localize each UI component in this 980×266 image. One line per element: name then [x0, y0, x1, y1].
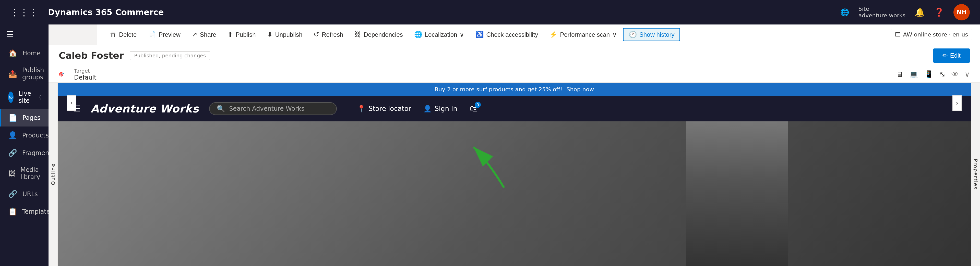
preview-button[interactable]: 📄 Preview [143, 28, 185, 41]
site-preview: Buy 2 or more surf products and get 25% … [58, 82, 971, 266]
performance-scan-label: Performance scan [560, 31, 610, 38]
sidebar-item-publish-groups[interactable]: 📤 Publish groups [0, 62, 49, 86]
localization-label: Localization [425, 31, 457, 38]
properties-tab[interactable]: Properties [971, 82, 980, 266]
main-content: 🗑 Delete 📄 Preview ↗ Share ⬆ Publish ⬇ U… [49, 24, 980, 266]
hero-image [686, 121, 788, 266]
cart-nav-item[interactable]: 🛍 0 [469, 104, 478, 114]
toolbar: 🗑 Delete 📄 Preview ↗ Share ⬆ Publish ⬇ U… [97, 24, 980, 45]
sidebar-item-pages[interactable]: 📄 Pages [0, 109, 49, 127]
promo-bar: Buy 2 or more surf products and get 25% … [58, 82, 971, 96]
chevron-icon: 〈 [36, 94, 41, 101]
top-nav-icons: 🌐 Site adventure works 🔔 ❓ NH [840, 4, 970, 21]
sidebar-item-label: Pages [22, 114, 41, 121]
home-icon: 🏠 [8, 49, 18, 57]
tablet-portrait-icon[interactable]: 📱 [924, 70, 933, 79]
history-icon: 🕐 [628, 31, 637, 38]
dropdown-icon[interactable]: ∨ [965, 70, 970, 79]
site-hero [58, 121, 971, 266]
store-locator-nav-item[interactable]: 📍 Store locator [357, 105, 411, 112]
templates-icon: 📋 [8, 207, 17, 216]
search-placeholder: Search Adventure Works [229, 105, 304, 112]
edit-button[interactable]: ✏ Edit [933, 49, 970, 63]
store-icon: 🗔 [895, 32, 900, 38]
page-header: Caleb Foster Published, pending changes … [49, 45, 980, 66]
refresh-icon: ↺ [313, 31, 319, 38]
site-label-text: Site [859, 6, 905, 12]
properties-label: Properties [973, 159, 979, 190]
show-history-button[interactable]: 🕐 Show history [623, 28, 680, 41]
sidebar-item-label: Media library [21, 166, 41, 180]
sign-in-label: Sign in [434, 105, 457, 112]
user-avatar[interactable]: NH [953, 4, 970, 21]
preview-icon: 📄 [148, 31, 156, 38]
site-header: ☰ Adventure Works 🔍 Search Adventure Wor… [58, 96, 971, 121]
delete-button[interactable]: 🗑 Delete [105, 28, 142, 41]
sidebar-item-products[interactable]: 👤 Products [0, 127, 49, 144]
live-site-indicator: ⊙ [8, 92, 14, 103]
products-icon: 👤 [8, 131, 17, 139]
sidebar-item-templates[interactable]: 📋 Templates [0, 203, 49, 220]
localization-button[interactable]: 🌐 Localization ∨ [409, 28, 469, 41]
fragments-icon: 🔗 [8, 149, 17, 157]
sidebar-item-label: Publish groups [22, 66, 44, 81]
dependencies-label: Dependencies [364, 31, 402, 38]
delete-label: Delete [119, 31, 137, 38]
show-history-label: Show history [640, 31, 675, 38]
collapse-right-button[interactable]: › [953, 95, 962, 111]
site-label: Site adventure works [859, 6, 905, 19]
target-row: 🎯 Target Default 🖥 💻 📱 ⤡ 👁 ∨ [49, 66, 980, 82]
promo-link[interactable]: Shop now [566, 86, 594, 93]
publish-icon: ⬆ [228, 31, 233, 38]
share-label: Share [200, 31, 216, 38]
store-label: AW online store · en-us [903, 32, 968, 38]
publish-label: Publish [236, 31, 256, 38]
target-label: Target [74, 68, 97, 74]
refresh-button[interactable]: ↺ Refresh [309, 28, 348, 41]
notification-icon[interactable]: 🔔 [915, 7, 925, 17]
sidebar-item-label: URLs [22, 190, 38, 198]
refresh-label: Refresh [322, 31, 343, 38]
dependencies-button[interactable]: ⛓ Dependencies [349, 28, 408, 41]
sidebar: ☰ 🏠 Home 📤 Publish groups ⊙ Live site 〈 … [0, 24, 49, 266]
share-icon: ↗ [192, 31, 197, 38]
store-selector[interactable]: 🗔 AW online store · en-us [891, 29, 972, 40]
dependencies-icon: ⛓ [355, 31, 361, 38]
tablet-landscape-icon[interactable]: 💻 [909, 70, 918, 79]
sidebar-item-media-library[interactable]: 🖼 Media library [0, 162, 49, 185]
target-icon: 🎯 [59, 72, 64, 77]
share-button[interactable]: ↗ Share [187, 28, 221, 41]
expand-icon[interactable]: ⤡ [939, 70, 945, 79]
localization-chevron-icon: ∨ [460, 31, 464, 38]
sidebar-item-label: Products [22, 132, 49, 139]
status-badge: Published, pending changes [130, 51, 210, 60]
sidebar-item-home[interactable]: 🏠 Home [0, 44, 49, 62]
unpublish-icon: ⬇ [267, 31, 273, 38]
publish-button[interactable]: ⬆ Publish [223, 28, 261, 41]
sidebar-collapse-button[interactable]: ☰ [0, 24, 49, 44]
tutorial-arrow-overlay [463, 142, 514, 194]
site-name-text: adventure works [859, 12, 905, 19]
delete-icon: 🗑 [110, 31, 116, 38]
apps-grid-icon[interactable]: ⋮⋮⋮ [10, 7, 38, 17]
view-controls: 🖥 💻 📱 ⤡ 👁 ∨ [896, 70, 970, 79]
check-accessibility-button[interactable]: ♿ Check accessibility [470, 28, 543, 41]
store-locator-icon: 📍 [357, 105, 365, 112]
sign-in-nav-item[interactable]: 👤 Sign in [423, 105, 457, 112]
search-bar[interactable]: 🔍 Search Adventure Works [209, 102, 337, 115]
store-locator-label: Store locator [369, 105, 411, 112]
unpublish-button[interactable]: ⬇ Unpublish [262, 28, 308, 41]
collapse-left-button[interactable]: ‹ [67, 95, 76, 111]
sidebar-item-urls[interactable]: 🔗 URLs [0, 185, 49, 203]
cart-badge-count: 0 [475, 102, 481, 108]
outline-tab[interactable]: Outline [49, 82, 58, 266]
eye-icon[interactable]: 👁 [951, 70, 959, 79]
desktop-view-icon[interactable]: 🖥 [896, 70, 903, 79]
help-icon[interactable]: ❓ [934, 7, 944, 17]
globe-icon[interactable]: 🌐 [840, 8, 849, 17]
edit-icon: ✏ [942, 52, 948, 59]
sidebar-item-live-site[interactable]: ⊙ Live site 〈 [0, 86, 49, 109]
sidebar-item-fragments[interactable]: 🔗 Fragments [0, 144, 49, 162]
publish-groups-icon: 📤 [8, 70, 17, 78]
performance-scan-button[interactable]: ⚡ Performance scan ∨ [544, 28, 622, 41]
